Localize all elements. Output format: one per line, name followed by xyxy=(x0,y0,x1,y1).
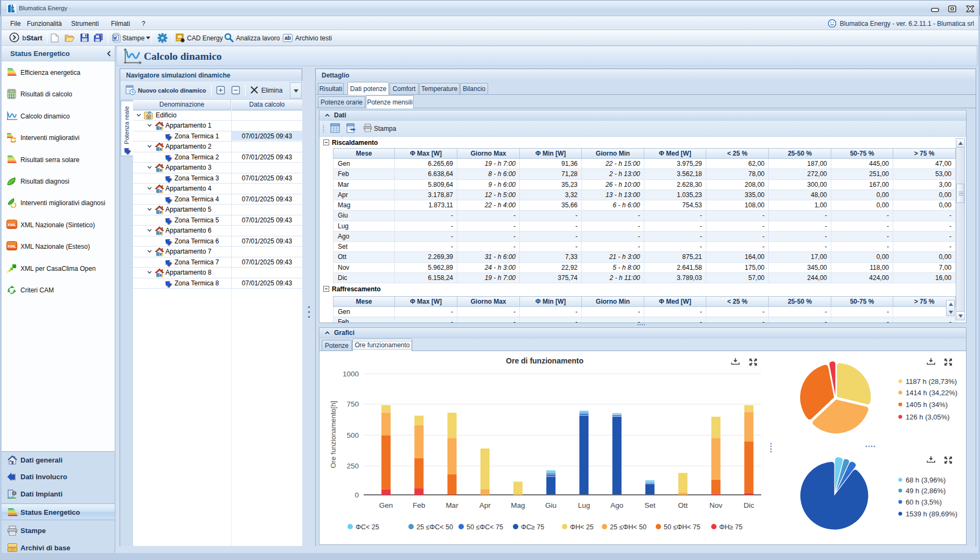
svg-text:60 h (3,5%): 60 h (3,5%) xyxy=(906,498,942,506)
svg-text:ΦC≥ 75: ΦC≥ 75 xyxy=(521,523,544,531)
svg-text:Set: Set xyxy=(644,501,656,509)
svg-text:Dic: Dic xyxy=(743,501,754,509)
svg-text:Ore di funzionamento: Ore di funzionamento xyxy=(506,356,583,365)
svg-text:500: 500 xyxy=(346,431,359,439)
svg-text:1187 h (28,73%): 1187 h (28,73%) xyxy=(906,377,957,386)
svg-text:ab: ab xyxy=(284,35,291,41)
svg-text:1539 h (89,69%): 1539 h (89,69%) xyxy=(906,510,957,518)
svg-text:Giu: Giu xyxy=(545,501,557,509)
svg-text:750: 750 xyxy=(346,400,359,408)
svg-text:126 h (3,05%): 126 h (3,05%) xyxy=(906,413,950,421)
svg-text:Apr: Apr xyxy=(479,501,491,509)
svg-text:25 ≤ΦC< 50: 25 ≤ΦC< 50 xyxy=(416,523,453,531)
svg-text:1414 h (34,22%): 1414 h (34,22%) xyxy=(906,389,957,397)
svg-text:1000: 1000 xyxy=(343,370,359,378)
svg-text:Mar: Mar xyxy=(446,501,458,509)
svg-text:ΦH< 25: ΦH< 25 xyxy=(570,523,594,531)
svg-text:Ago: Ago xyxy=(610,501,623,509)
svg-text:ΦC< 25: ΦC< 25 xyxy=(356,523,379,531)
svg-text:0: 0 xyxy=(355,491,359,499)
svg-text:Nov: Nov xyxy=(710,501,722,509)
svg-text:Gen: Gen xyxy=(379,501,393,509)
svg-text:Lug: Lug xyxy=(578,501,590,509)
svg-text:50 ≤ΦH< 75: 50 ≤ΦH< 75 xyxy=(664,523,700,531)
svg-text:25 ≤ΦH< 50: 25 ≤ΦH< 50 xyxy=(610,523,647,531)
svg-text:XML: XML xyxy=(8,244,17,249)
svg-text:Feb: Feb xyxy=(413,501,425,509)
svg-text:ΦH≥ 75: ΦH≥ 75 xyxy=(719,523,742,531)
svg-text:250: 250 xyxy=(346,462,359,470)
svg-text:50 ≤ΦC< 75: 50 ≤ΦC< 75 xyxy=(467,523,503,531)
svg-text:68 h (3,96%): 68 h (3,96%) xyxy=(906,476,946,484)
svg-text:XML: XML xyxy=(8,222,17,227)
svg-text:Ore funzionamento[h]: Ore funzionamento[h] xyxy=(329,401,337,468)
svg-text:1405 h (34%): 1405 h (34%) xyxy=(906,401,948,409)
svg-text:Mag: Mag xyxy=(511,501,525,509)
svg-text:Ott: Ott xyxy=(678,501,687,509)
svg-text:49 h (2,86%): 49 h (2,86%) xyxy=(906,487,946,495)
